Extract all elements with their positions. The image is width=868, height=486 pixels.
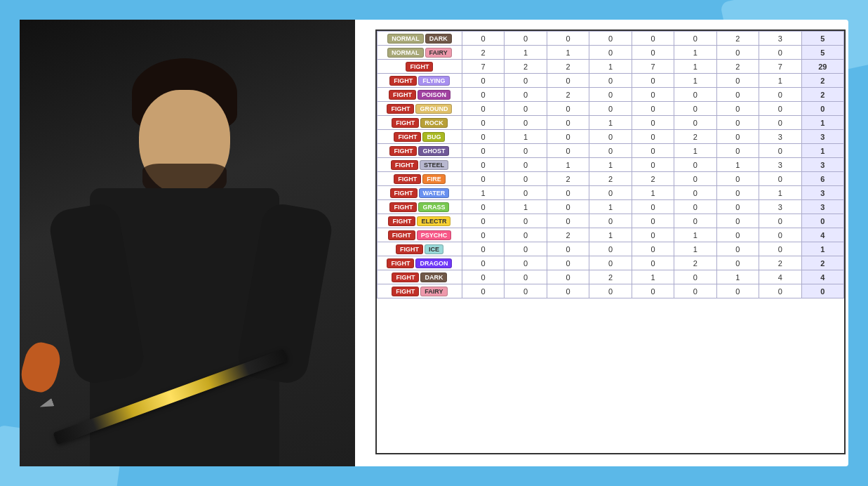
type1-badge: FIGHT (387, 258, 414, 268)
value-cell: 2 (716, 32, 759, 46)
type1-badge: FIGHT (392, 287, 419, 296)
value-cell: 0 (801, 102, 843, 116)
value-cell: 0 (674, 172, 716, 186)
value-cell: 0 (632, 116, 674, 130)
value-cell: 1 (674, 242, 716, 256)
value-cell: 0 (547, 242, 589, 256)
value-cell: 0 (589, 102, 632, 116)
value-cell: 2 (547, 228, 589, 242)
value-cell: 0 (759, 116, 801, 130)
value-cell: 0 (674, 284, 716, 298)
value-cell: 0 (674, 214, 716, 228)
value-cell: 0 (547, 130, 589, 144)
value-cell: 0 (505, 256, 547, 270)
value-cell: 2 (547, 172, 589, 186)
type1-badge: FIGHT (387, 104, 414, 114)
value-cell: 0 (589, 88, 632, 102)
value-cell: 0 (632, 102, 674, 116)
value-cell: 0 (505, 284, 547, 298)
type-cell-18: FIGHTFAIRY (378, 284, 462, 298)
value-cell: 0 (547, 74, 589, 88)
value-cell: 0 (716, 130, 759, 144)
value-cell: 0 (547, 214, 589, 228)
type2-badge: GRASS (418, 202, 449, 212)
value-cell: 1 (589, 116, 632, 130)
type2-badge: BUG (422, 132, 445, 142)
type-cell-6: FIGHTROCK (378, 116, 462, 130)
type-cell-0: NORMALDARK (378, 32, 462, 46)
value-cell: 0 (462, 270, 504, 284)
value-cell: 0 (759, 214, 801, 228)
value-cell: 2 (674, 130, 716, 144)
value-cell: 0 (547, 116, 589, 130)
value-cell: 0 (632, 144, 674, 158)
value-cell: 0 (462, 242, 504, 256)
value-cell: 0 (716, 88, 759, 102)
value-cell: 0 (589, 32, 632, 46)
value-cell: 0 (462, 158, 504, 172)
value-cell: 0 (632, 46, 674, 60)
video-area (20, 20, 355, 466)
value-cell: 0 (462, 116, 504, 130)
value-cell: 1 (801, 116, 843, 130)
value-cell: 0 (759, 172, 801, 186)
person-background (20, 20, 355, 466)
value-cell: 2 (462, 46, 504, 60)
value-cell: 1 (674, 228, 716, 242)
value-cell: 0 (632, 200, 674, 214)
value-cell: 0 (505, 74, 547, 88)
value-cell: 1 (505, 130, 547, 144)
value-cell: 0 (505, 116, 547, 130)
value-cell: 2 (547, 60, 589, 74)
value-cell: 0 (716, 256, 759, 270)
type1-badge: FIGHT (392, 272, 419, 282)
value-cell: 0 (632, 242, 674, 256)
value-cell: 0 (759, 144, 801, 158)
value-cell: 7 (759, 60, 801, 74)
value-cell: 1 (547, 46, 589, 60)
value-cell: 4 (801, 270, 843, 284)
value-cell: 0 (547, 284, 589, 298)
value-cell: 2 (801, 74, 843, 88)
value-cell: 4 (759, 270, 801, 284)
type2-badge: GROUND (415, 104, 452, 114)
type1-badge: FIGHT (389, 202, 417, 212)
value-cell: 0 (462, 102, 504, 116)
value-cell: 0 (801, 284, 843, 298)
value-cell: 2 (674, 256, 716, 270)
type-cell-17: FIGHTDARK (378, 270, 462, 284)
value-cell: 3 (759, 32, 801, 46)
type-cell-10: FIGHTFIRE (378, 172, 462, 186)
value-cell: 0 (462, 32, 504, 46)
type-cell-5: FIGHTGROUND (378, 102, 462, 116)
value-cell: 0 (632, 74, 674, 88)
value-cell: 0 (632, 130, 674, 144)
value-cell: 2 (505, 60, 547, 74)
value-cell: 0 (632, 214, 674, 228)
type1-badge: NORMAL (387, 48, 424, 58)
value-cell: 0 (505, 214, 547, 228)
value-cell: 0 (547, 144, 589, 158)
value-cell: 2 (632, 172, 674, 186)
type-cell-16: FIGHTDRAGON (378, 256, 462, 270)
type-cell-3: FIGHTFLYING (378, 74, 462, 88)
type2-badge: DARK (420, 272, 447, 282)
value-cell: 0 (632, 158, 674, 172)
value-cell: 0 (505, 32, 547, 46)
value-cell: 0 (759, 242, 801, 256)
value-cell: 1 (547, 158, 589, 172)
value-cell: 0 (547, 32, 589, 46)
value-cell: 1 (716, 270, 759, 284)
value-cell: 0 (462, 200, 504, 214)
value-cell: 0 (759, 228, 801, 242)
value-cell: 0 (547, 200, 589, 214)
value-cell: 0 (716, 242, 759, 256)
value-cell: 0 (462, 88, 504, 102)
type2-badge: DARK (425, 34, 452, 44)
value-cell: 0 (716, 102, 759, 116)
value-cell: 2 (589, 172, 632, 186)
value-cell: 0 (505, 158, 547, 172)
type2-badge: FAIRY (425, 48, 452, 58)
value-cell: 0 (505, 144, 547, 158)
value-cell: 0 (759, 88, 801, 102)
